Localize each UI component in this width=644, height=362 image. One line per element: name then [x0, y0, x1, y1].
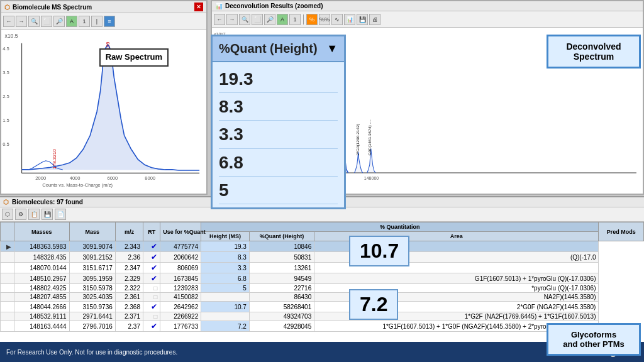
disclaimer-text: For Research Use Only. Not for use in di… — [6, 349, 177, 356]
toolbar-peak[interactable]: A — [66, 16, 77, 27]
cell-mz: 3150.5978 — [69, 284, 115, 293]
toolbar-zoom-in[interactable]: 🔍 — [28, 16, 40, 27]
deconv-btn2[interactable]: %% — [319, 14, 330, 25]
table-row[interactable]: 148510.2967 3095.1959 2.329 ✔ 1673845 6.… — [1, 273, 644, 284]
table-row[interactable]: 148532.9111 2971.6441 2.371 □ 2266922 49… — [1, 312, 644, 321]
deconv-btn4[interactable]: 📊 — [344, 14, 355, 25]
cell-pct-height — [201, 293, 250, 302]
svg-text:148000: 148000 — [364, 175, 379, 181]
table-row[interactable]: 148328.435 3091.2152 2.36 ✔ 2060642 8.3 … — [1, 252, 644, 263]
cell-use[interactable]: □ — [143, 284, 160, 293]
deconv-label[interactable]: 1 — [289, 14, 301, 25]
cell-use[interactable]: □ — [143, 293, 160, 302]
svg-text:4000: 4000 — [70, 175, 80, 181]
deconv-zoom[interactable]: 🔍 — [239, 14, 250, 25]
cell-mass: 148532.9111 — [14, 312, 70, 321]
cell-area: 86430 — [249, 293, 314, 302]
cell-height: 1776733 — [160, 321, 201, 332]
cell-height: 2060642 — [160, 252, 201, 263]
toolbar-forward[interactable]: → — [16, 16, 27, 27]
cell-use[interactable]: ✔ — [143, 241, 160, 252]
col-pct-quantitation: % Quantitation — [201, 222, 599, 232]
svg-text:3.5: 3.5 — [3, 70, 9, 75]
row-arrow — [1, 293, 14, 302]
biomol-btn2[interactable]: ⚙ — [15, 209, 26, 220]
toolbar-back[interactable]: ← — [3, 16, 14, 27]
deconv-btn1[interactable]: % — [306, 14, 318, 25]
toolbar-more2[interactable]: ≡ — [104, 16, 115, 27]
quant-overlay-panel: %Quant (Height) ▼ 19.3 8.3 3.3 6.8 5 — [211, 35, 346, 209]
quant-value-4: 6.8 — [219, 149, 338, 177]
deconv-btn5[interactable]: 💾 — [357, 14, 368, 25]
cell-rt: 2.322 — [115, 284, 143, 293]
quant-header: %Quant (Height) ▼ — [213, 36, 344, 62]
cell-use[interactable]: ✔ — [143, 302, 160, 312]
cell-height: 4775774 — [160, 241, 201, 252]
cell-height: 2642962 — [160, 302, 201, 312]
deconv-zoom2[interactable]: ⬜ — [252, 14, 263, 25]
table-row[interactable]: ▶ 148363.5983 3091.9074 2.343 ✔ 4775774 … — [1, 241, 644, 252]
cell-height: 1239283 — [160, 284, 201, 293]
table-row[interactable]: 148044.2666 3150.9736 2.368 ✔ 2642962 10… — [1, 302, 644, 312]
quant-filter-icon[interactable]: ▼ — [326, 42, 338, 55]
close-button[interactable]: ✕ — [194, 3, 203, 11]
deconv-zoom3[interactable]: 🔎 — [264, 14, 275, 25]
cell-area: 94549 — [249, 273, 314, 284]
table-row[interactable]: 148070.0144 3151.6717 2.347 ✔ 806069 3.3… — [1, 263, 644, 273]
cell-use[interactable]: ✔ — [143, 321, 160, 332]
cell-mass: 148163.4444 — [14, 321, 70, 332]
cell-pct-height: 10.7 — [201, 302, 250, 312]
row-arrow — [1, 302, 14, 312]
raw-spectrum-panel: ⬡ Biomolecule MS Spectrum ✕ ← → 🔍 ⬜ 🔎 A … — [0, 0, 208, 195]
biomol-btn4[interactable]: 💾 — [42, 209, 53, 220]
biomol-btn3[interactable]: 📋 — [28, 209, 40, 220]
biomol-btn5[interactable]: 📄 — [55, 209, 66, 220]
quant-value-5: 5 — [219, 177, 338, 204]
quant-title: %Quant (Height) — [219, 41, 318, 56]
svg-text:2*G0(1290.2142): 2*G0(1290.2142) — [355, 124, 360, 156]
cell-use[interactable]: □ — [143, 312, 160, 321]
cell-pct-height — [201, 312, 250, 321]
table-row[interactable]: 148207.4855 3025.4035 2.361 □ 4150082 86… — [1, 293, 644, 302]
col-mz[interactable]: m/z — [115, 222, 143, 241]
col-pct-height[interactable]: %Quant (Height) — [249, 232, 314, 241]
cell-use[interactable]: ✔ — [143, 273, 160, 284]
cell-mass: 148070.0144 — [14, 263, 70, 273]
biomol-btn1[interactable]: ⬡ — [2, 209, 13, 220]
biomolecule-icon: ⬡ — [4, 4, 10, 11]
table-row[interactable]: 148802.4925 3150.5978 2.322 □ 1239283 5 … — [1, 284, 644, 293]
deconv-forward[interactable]: → — [226, 14, 238, 25]
cell-rt: 2.37 — [115, 321, 143, 332]
toolbar-zoom-out[interactable]: 🔎 — [53, 16, 65, 27]
quant-value-1: 19.3 — [219, 65, 338, 93]
col-masses[interactable]: Masses — [14, 222, 70, 241]
deconv-peak[interactable]: A — [277, 14, 288, 25]
biomolecules-table: Masses Mass m/z RT Use for %Quant % Quan… — [0, 222, 644, 332]
col-use[interactable]: Use for %Quant — [160, 222, 201, 241]
cell-rt: 2.36 — [115, 252, 143, 263]
col-rt[interactable]: RT — [143, 222, 160, 241]
cell-mass: 148328.435 — [14, 252, 70, 263]
deconv-btn6[interactable]: 🖨 — [369, 14, 380, 25]
cell-use[interactable]: ✔ — [143, 252, 160, 263]
svg-text:0.5: 0.5 — [3, 141, 9, 147]
toolbar-more1[interactable]: | — [91, 16, 103, 27]
svg-text:8000: 8000 — [145, 175, 155, 181]
svg-text:4.5: 4.5 — [3, 46, 9, 52]
deconv-back[interactable]: ← — [214, 14, 225, 25]
col-mass[interactable]: Mass — [69, 222, 115, 241]
row-arrow — [1, 252, 14, 263]
col-pred-mods[interactable]: Pred Mods — [599, 222, 644, 241]
cell-use[interactable]: ✔ — [143, 263, 160, 273]
row-arrow — [1, 321, 14, 332]
deconv-btn3[interactable]: ∿ — [331, 14, 343, 25]
cell-mass: 148802.4925 — [14, 284, 70, 293]
toolbar-zoom-box[interactable]: ⬜ — [41, 16, 52, 27]
glycoforms-box: Glycoforms and other PTMs — [547, 323, 641, 356]
cell-mz: 3091.9074 — [69, 241, 115, 252]
cell-mz: 2971.6441 — [69, 312, 115, 321]
col-height-ms[interactable]: Height (MS) — [201, 232, 250, 241]
toolbar-label[interactable]: 1 — [79, 16, 90, 27]
biomol-title: Biomolecules: 97 found — [12, 199, 83, 206]
raw-spectrum-chart: x10.5 4.5 3.5 2.5 1.5 0.5 3025.5199 178.… — [1, 30, 206, 194]
